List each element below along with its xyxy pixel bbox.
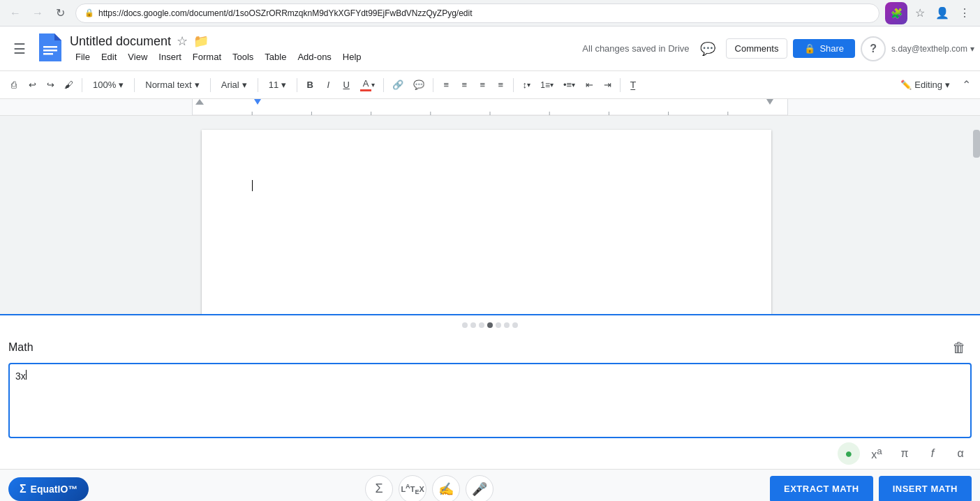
editing-mode-label: Editing	[914, 80, 942, 90]
toolbar-sep-2	[134, 78, 135, 92]
mic-icon: 🎤	[472, 481, 487, 497]
superscript-button[interactable]: xa	[866, 442, 888, 465]
numbered-list-button[interactable]: 1≡ ▾	[536, 75, 558, 96]
comments-label: Comments	[735, 43, 779, 54]
align-left-button[interactable]: ≡	[438, 75, 454, 96]
account-chevron: ▾	[970, 44, 974, 54]
menu-insert[interactable]: Insert	[153, 50, 187, 63]
forward-button[interactable]: →	[28, 3, 47, 23]
dot-2	[470, 322, 476, 328]
text-color-button[interactable]: A ▾	[356, 75, 379, 96]
equatio-omega-icon: Σ	[20, 483, 27, 495]
indent-less-button[interactable]: ⇤	[581, 75, 597, 96]
account-icon-btn[interactable]: 👤	[933, 3, 952, 23]
account-area[interactable]: s.day@texthelp.com ▾	[891, 44, 974, 54]
equatio-logo[interactable]: Σ EquatIO™	[8, 477, 89, 501]
svg-rect-4	[43, 53, 53, 55]
extract-label: EXTRACT MATH	[784, 484, 859, 494]
toolbar-sep-1	[82, 78, 82, 92]
star-button[interactable]: ☆	[910, 3, 930, 23]
editing-mode-dropdown[interactable]: ✏️ Editing ▾	[894, 75, 956, 96]
collapse-toolbar-button[interactable]: ⌃	[958, 77, 974, 94]
align-right-button[interactable]: ≡	[474, 75, 491, 96]
line-spacing-button[interactable]: ↕ ▾	[518, 75, 535, 96]
doc-title[interactable]: Untitled document	[70, 34, 171, 49]
style-dropdown[interactable]: Normal text ▾	[139, 75, 205, 96]
toolbar-sep-3	[210, 78, 211, 92]
hamburger-button[interactable]: ☰	[6, 35, 34, 63]
font-dropdown[interactable]: Arial ▾	[215, 75, 253, 96]
italic-button[interactable]: I	[320, 75, 336, 96]
header-title-area: Untitled document ☆ 📁 File Edit View Ins…	[70, 33, 577, 63]
menu-help[interactable]: Help	[337, 50, 367, 63]
doc-star-button[interactable]: ☆	[177, 33, 188, 49]
zoom-dropdown[interactable]: 100% ▾	[87, 75, 130, 96]
menu-file[interactable]: File	[70, 50, 96, 63]
handwrite-icon: ✍	[438, 481, 454, 497]
format-paint-button[interactable]: 🖌	[60, 75, 77, 96]
function-icon: f	[931, 447, 934, 460]
green-circle-icon[interactable]: ●	[838, 442, 860, 465]
underline-button[interactable]: U	[338, 75, 355, 96]
align-justify-button[interactable]: ≡	[492, 75, 509, 96]
link-button[interactable]: 🔗	[388, 75, 408, 96]
dot-6	[504, 322, 510, 328]
doc-folder-button[interactable]: 📁	[193, 33, 209, 49]
extract-math-button[interactable]: EXTRACT MATH	[770, 476, 873, 502]
math-input-area[interactable]: 3x	[8, 363, 972, 438]
saved-status: All changes saved in Drive	[582, 43, 689, 54]
latex-button[interactable]: LATEX	[399, 475, 426, 502]
size-dropdown[interactable]: 11 ▾	[262, 75, 292, 96]
delete-button[interactable]: 🗑	[946, 335, 972, 360]
address-bar[interactable]: 🔒 https://docs.google.com/document/d/1so…	[75, 3, 879, 23]
menu-format[interactable]: Format	[187, 50, 227, 63]
chat-icon: 💬	[700, 41, 715, 57]
menu-tools[interactable]: Tools	[227, 50, 259, 63]
menu-view[interactable]: View	[122, 50, 153, 63]
handwrite-button[interactable]: ✍	[432, 475, 460, 502]
toolbar-sep-6	[383, 78, 384, 92]
refresh-button[interactable]: ↻	[50, 3, 70, 23]
main-area: Math 🗑 3x ● xa π f	[0, 116, 980, 501]
equatio-label: EquatIO™	[31, 484, 78, 495]
help-button[interactable]: ?	[861, 36, 886, 61]
comments-button[interactable]: Comments	[726, 38, 788, 59]
more-options-button[interactable]: ⋮	[955, 3, 974, 23]
sigma-button[interactable]: Σ	[365, 475, 393, 502]
svg-marker-15	[195, 99, 204, 105]
check-circle-icon: ●	[845, 447, 853, 461]
bold-label: B	[307, 80, 313, 90]
size-chevron: ▾	[281, 80, 286, 90]
back-button[interactable]: ←	[6, 3, 25, 23]
clear-formatting-button[interactable]: T̲	[625, 75, 641, 96]
alpha-button[interactable]: α	[949, 442, 972, 465]
menu-table[interactable]: Table	[259, 50, 292, 63]
pi-button[interactable]: π	[893, 442, 916, 465]
share-button[interactable]: 🔒 Share	[793, 39, 855, 58]
indent-more-icon: ⇥	[604, 80, 611, 90]
menu-addons[interactable]: Add-ons	[292, 50, 336, 63]
pi-icon: π	[900, 447, 908, 460]
bold-button[interactable]: B	[302, 75, 318, 96]
font-value: Arial	[221, 80, 239, 90]
svg-rect-2	[43, 46, 57, 48]
sigma-icon: Σ	[376, 481, 383, 496]
plugin-badge[interactable]: 🧩	[885, 2, 907, 24]
comment-button[interactable]: 💬	[409, 75, 429, 96]
comment-icon-button[interactable]: 💬	[695, 36, 720, 61]
print-button[interactable]: ⎙	[6, 75, 22, 96]
bullet-list-icon: •≡	[563, 80, 572, 90]
size-value: 11	[269, 80, 279, 90]
redo-button[interactable]: ↪	[42, 75, 59, 96]
function-button[interactable]: f	[921, 442, 944, 465]
bullet-list-button[interactable]: •≡ ▾	[559, 75, 579, 96]
align-center-icon: ≡	[461, 80, 467, 90]
refresh-icon: ↻	[56, 6, 65, 20]
align-center-button[interactable]: ≡	[456, 75, 473, 96]
microphone-button[interactable]: 🎤	[466, 475, 493, 502]
insert-math-button[interactable]: INSERT MATH	[879, 476, 972, 502]
indent-more-button[interactable]: ⇥	[599, 75, 616, 96]
menu-edit[interactable]: Edit	[96, 50, 122, 63]
italic-label: I	[327, 80, 329, 90]
undo-button[interactable]: ↩	[24, 75, 40, 96]
